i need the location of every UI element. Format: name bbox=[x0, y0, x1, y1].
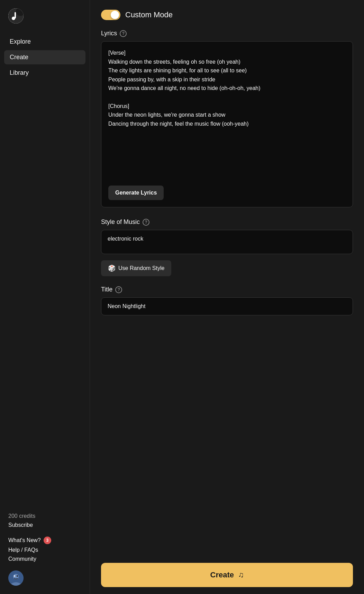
sidebar-bottom: 200 credits Subscribe What's New? 3 Help… bbox=[0, 513, 90, 586]
whats-new-link[interactable]: What's New? 3 bbox=[8, 537, 81, 544]
svg-point-4 bbox=[14, 575, 15, 577]
svg-point-3 bbox=[13, 574, 19, 579]
lyrics-textarea[interactable]: [Verse] Walking down the streets, feelin… bbox=[108, 48, 346, 180]
sidebar-item-library[interactable]: Library bbox=[4, 66, 85, 80]
nav-menu: Explore Create Library bbox=[0, 35, 90, 80]
lyrics-help-icon[interactable]: ? bbox=[120, 30, 127, 37]
community-link[interactable]: Community bbox=[8, 556, 81, 562]
lyrics-section: Lyrics ? [Verse] Walking down the street… bbox=[101, 30, 353, 207]
title-label: Title ? bbox=[101, 286, 353, 293]
style-textarea[interactable]: electronic rock bbox=[101, 230, 353, 254]
app-logo bbox=[8, 8, 24, 24]
subscribe-link[interactable]: Subscribe bbox=[8, 522, 81, 528]
title-section: Title ? bbox=[101, 286, 353, 315]
main-scroll: Custom Mode Lyrics ? [Verse] Walking dow… bbox=[101, 10, 353, 364]
custom-mode-toggle[interactable] bbox=[101, 10, 120, 20]
create-btn-container: Create ♫ bbox=[90, 556, 364, 594]
toggle-track bbox=[101, 10, 120, 20]
svg-point-1 bbox=[12, 17, 15, 20]
whats-new-badge: 3 bbox=[44, 537, 51, 544]
main-content: Custom Mode Lyrics ? [Verse] Walking dow… bbox=[90, 0, 364, 594]
toggle-thumb bbox=[111, 11, 119, 19]
lyrics-container: [Verse] Walking down the streets, feelin… bbox=[101, 41, 353, 207]
style-help-icon[interactable]: ? bbox=[143, 219, 149, 226]
sidebar-links: What's New? 3 Help / FAQs Community bbox=[8, 537, 81, 562]
user-avatar[interactable] bbox=[8, 570, 24, 586]
custom-mode-row: Custom Mode bbox=[101, 10, 353, 20]
style-label: Style of Music ? bbox=[101, 218, 353, 226]
dice-icon: 🎲 bbox=[108, 264, 116, 272]
lyrics-label: Lyrics ? bbox=[101, 30, 353, 37]
help-faqs-link[interactable]: Help / FAQs bbox=[8, 547, 81, 553]
sidebar: Explore Create Library 200 credits Subsc… bbox=[0, 0, 90, 594]
music-note-icon: ♫ bbox=[238, 570, 244, 579]
logo-container bbox=[0, 8, 90, 35]
title-input[interactable] bbox=[101, 297, 353, 315]
svg-point-5 bbox=[17, 575, 18, 577]
sidebar-item-create[interactable]: Create bbox=[4, 50, 85, 64]
generate-lyrics-button[interactable]: Generate Lyrics bbox=[108, 186, 164, 200]
sidebar-item-explore[interactable]: Explore bbox=[4, 35, 85, 49]
custom-mode-label: Custom Mode bbox=[125, 10, 173, 19]
title-help-icon[interactable]: ? bbox=[115, 286, 122, 293]
style-section: Style of Music ? electronic rock 🎲 Use R… bbox=[101, 218, 353, 276]
credits-display: 200 credits bbox=[8, 513, 81, 519]
random-style-button[interactable]: 🎲 Use Random Style bbox=[101, 260, 171, 276]
create-button[interactable]: Create ♫ bbox=[101, 563, 353, 587]
